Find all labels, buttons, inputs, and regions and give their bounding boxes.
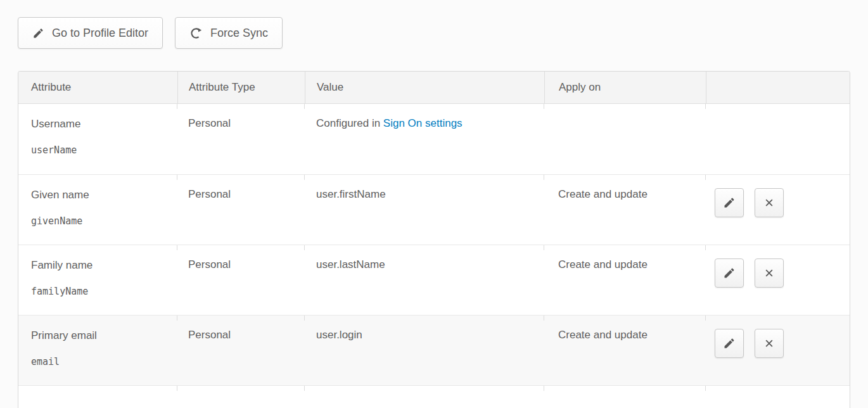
value-cell: Configured in Sign On settings xyxy=(305,104,544,174)
attribute-cell: Primary email email xyxy=(18,316,177,385)
value-cell: user.lastName xyxy=(305,245,544,315)
sync-icon xyxy=(189,27,203,40)
apply-on xyxy=(544,104,706,174)
column-header-apply-on: Apply on xyxy=(544,72,706,103)
attribute-label: Primary email xyxy=(31,329,177,343)
remove-x-icon xyxy=(763,337,775,350)
apply-on: Create and update xyxy=(544,316,706,385)
attribute-type xyxy=(177,386,305,408)
attribute-type: Personal xyxy=(177,316,305,385)
value-link[interactable]: Sign On settings xyxy=(383,117,463,129)
attribute-type: Personal xyxy=(177,104,305,174)
actions-cell xyxy=(706,386,850,408)
page: Go to Profile Editor Force Sync Attribut… xyxy=(0,0,868,408)
value-cell: user.login xyxy=(305,316,544,385)
value-cell: user.firstName xyxy=(305,175,544,245)
attribute-variable: email xyxy=(31,356,177,367)
actions-cell xyxy=(706,175,850,245)
value-cell xyxy=(305,386,544,408)
column-header-attribute-type: Attribute Type xyxy=(177,72,305,103)
table-row: Username userName Personal Configured in… xyxy=(18,104,850,174)
edit-pencil-icon xyxy=(723,337,736,350)
table-header: Attribute Attribute Type Value Apply on xyxy=(18,72,850,104)
column-header-actions xyxy=(706,72,850,103)
attribute-label: Given name xyxy=(31,188,177,202)
go-to-profile-editor-button[interactable]: Go to Profile Editor xyxy=(18,17,163,49)
attribute-variable: userName xyxy=(31,144,177,156)
edit-attribute-button[interactable] xyxy=(715,329,744,358)
go-to-profile-editor-label: Go to Profile Editor xyxy=(52,27,148,40)
actions-cell xyxy=(706,104,850,174)
edit-pencil-icon xyxy=(723,267,736,279)
attribute-label: Username xyxy=(31,117,177,131)
remove-attribute-button[interactable] xyxy=(755,258,784,288)
force-sync-button[interactable]: Force Sync xyxy=(175,17,283,49)
edit-pencil-icon xyxy=(723,196,736,209)
attribute-type: Personal xyxy=(177,245,305,315)
edit-attribute-button[interactable] xyxy=(715,258,744,288)
attribute-cell: Family name familyName xyxy=(18,245,177,315)
value-text: Configured in xyxy=(316,117,383,129)
attribute-variable: familyName xyxy=(31,286,177,297)
actions-cell xyxy=(706,245,850,315)
pencil-icon xyxy=(32,27,44,39)
apply-on xyxy=(544,386,706,408)
remove-attribute-button[interactable] xyxy=(755,188,784,217)
attribute-label: Family name xyxy=(31,258,177,272)
toolbar: Go to Profile Editor Force Sync xyxy=(18,17,283,49)
attribute-type: Personal xyxy=(177,175,305,245)
table-body: Username userName Personal Configured in… xyxy=(18,104,850,408)
remove-attribute-button[interactable] xyxy=(755,329,784,358)
attribute-cell: Given name givenName xyxy=(18,175,177,245)
force-sync-label: Force Sync xyxy=(210,27,268,40)
attribute-mappings-table: Attribute Attribute Type Value Apply on … xyxy=(18,71,850,408)
table-row: Primary email email Personal user.login … xyxy=(18,315,850,385)
attribute-variable: givenName xyxy=(31,215,177,227)
edit-attribute-button[interactable] xyxy=(715,188,744,217)
apply-on: Create and update xyxy=(544,175,706,245)
column-header-attribute: Attribute xyxy=(18,72,177,103)
attribute-cell xyxy=(18,386,177,408)
apply-on: Create and update xyxy=(544,245,706,315)
remove-x-icon xyxy=(763,267,775,279)
actions-cell xyxy=(706,316,850,385)
remove-x-icon xyxy=(763,196,775,209)
column-header-value: Value xyxy=(305,72,544,103)
table-row: Given name givenName Personal user.first… xyxy=(18,174,850,245)
table-row: Family name familyName Personal user.las… xyxy=(18,245,850,315)
table-row-partial xyxy=(18,385,850,408)
attribute-cell: Username userName xyxy=(18,104,177,174)
